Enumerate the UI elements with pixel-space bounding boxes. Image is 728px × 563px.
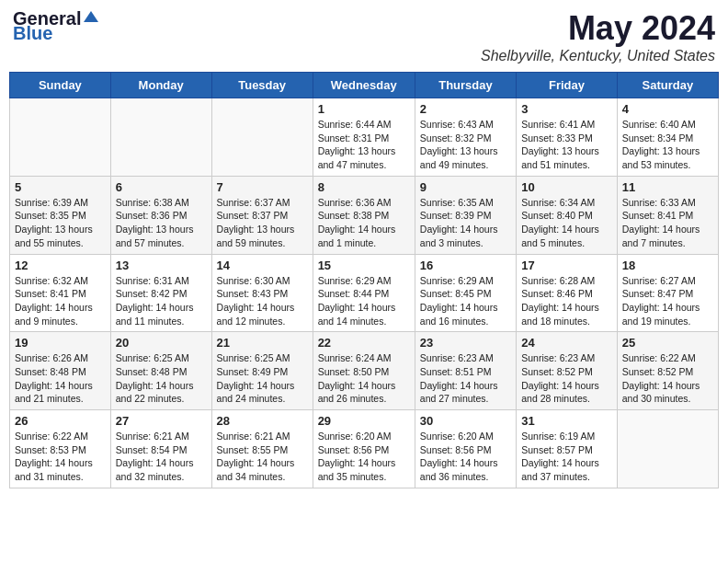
calendar-cell: 5 Sunrise: 6:39 AM Sunset: 8:35 PM Dayli…	[10, 176, 111, 254]
sunrise-text: Sunrise: 6:23 AM	[521, 352, 595, 363]
day-number: 30	[420, 414, 511, 428]
sunrise-text: Sunrise: 6:38 AM	[116, 197, 189, 208]
weekday-header: Friday	[517, 73, 618, 98]
calendar-cell: 21 Sunrise: 6:25 AM Sunset: 8:49 PM Dayl…	[211, 332, 313, 410]
day-number: 2	[420, 102, 511, 116]
daylight-text: Daylight: 13 hours and 59 minutes.	[217, 224, 295, 248]
calendar-cell: 14 Sunrise: 6:30 AM Sunset: 8:43 PM Dayl…	[211, 254, 313, 332]
sunrise-text: Sunrise: 6:22 AM	[15, 431, 88, 442]
calendar-cell: 9 Sunrise: 6:35 AM Sunset: 8:39 PM Dayli…	[415, 176, 516, 254]
day-info: Sunrise: 6:29 AM Sunset: 8:45 PM Dayligh…	[420, 274, 511, 328]
daylight-text: Daylight: 14 hours and 22 minutes.	[116, 380, 194, 405]
calendar-cell: 16 Sunrise: 6:29 AM Sunset: 8:45 PM Dayl…	[415, 254, 516, 332]
day-number: 14	[217, 259, 308, 272]
day-info: Sunrise: 6:34 AM Sunset: 8:40 PM Dayligh…	[521, 196, 612, 250]
sunrise-text: Sunrise: 6:23 AM	[420, 352, 494, 363]
logo: General Blue	[13, 9, 100, 42]
day-info: Sunrise: 6:20 AM Sunset: 8:56 PM Dayligh…	[318, 430, 410, 484]
weekday-header: Thursday	[415, 73, 516, 98]
day-info: Sunrise: 6:36 AM Sunset: 8:38 PM Dayligh…	[318, 196, 410, 250]
calendar-cell: 28 Sunrise: 6:21 AM Sunset: 8:55 PM Dayl…	[211, 410, 313, 488]
day-number: 18	[622, 259, 713, 272]
sunset-text: Sunset: 8:36 PM	[116, 210, 188, 221]
sunrise-text: Sunrise: 6:39 AM	[15, 197, 88, 208]
calendar-cell: 13 Sunrise: 6:31 AM Sunset: 8:42 PM Dayl…	[110, 254, 211, 332]
sunrise-text: Sunrise: 6:43 AM	[420, 119, 494, 130]
svg-marker-0	[84, 11, 98, 22]
day-number: 22	[318, 336, 410, 350]
day-number: 10	[521, 180, 612, 194]
sunrise-text: Sunrise: 6:32 AM	[15, 275, 88, 286]
calendar-cell: 6 Sunrise: 6:38 AM Sunset: 8:36 PM Dayli…	[110, 176, 211, 254]
calendar-cell: 10 Sunrise: 6:34 AM Sunset: 8:40 PM Dayl…	[517, 176, 618, 254]
calendar-week-row: 12 Sunrise: 6:32 AM Sunset: 8:41 PM Dayl…	[10, 254, 719, 332]
sunset-text: Sunset: 8:50 PM	[318, 366, 390, 377]
day-info: Sunrise: 6:38 AM Sunset: 8:36 PM Dayligh…	[116, 196, 207, 250]
daylight-text: Daylight: 14 hours and 5 minutes.	[521, 224, 599, 248]
weekday-header: Tuesday	[211, 73, 313, 98]
day-info: Sunrise: 6:30 AM Sunset: 8:43 PM Dayligh…	[217, 274, 308, 328]
daylight-text: Daylight: 14 hours and 37 minutes.	[521, 457, 599, 482]
day-number: 20	[116, 336, 207, 350]
day-info: Sunrise: 6:39 AM Sunset: 8:35 PM Dayligh…	[15, 196, 106, 250]
calendar-cell: 30 Sunrise: 6:20 AM Sunset: 8:56 PM Dayl…	[415, 410, 516, 488]
calendar-cell: 15 Sunrise: 6:29 AM Sunset: 8:44 PM Dayl…	[313, 254, 415, 332]
sunset-text: Sunset: 8:39 PM	[420, 210, 492, 221]
sunset-text: Sunset: 8:47 PM	[622, 288, 694, 299]
logo-icon	[82, 9, 100, 28]
title-block: May 2024 Shelbyville, Kentucky, United S…	[481, 9, 715, 64]
daylight-text: Daylight: 13 hours and 55 minutes.	[15, 224, 93, 248]
daylight-text: Daylight: 14 hours and 14 minutes.	[318, 302, 396, 327]
day-number: 8	[318, 180, 410, 194]
calendar-cell	[211, 98, 313, 177]
calendar-table: SundayMondayTuesdayWednesdayThursdayFrid…	[9, 72, 719, 488]
day-number: 24	[521, 336, 612, 350]
day-info: Sunrise: 6:43 AM Sunset: 8:32 PM Dayligh…	[420, 118, 511, 172]
daylight-text: Daylight: 14 hours and 11 minutes.	[116, 302, 194, 327]
sunrise-text: Sunrise: 6:27 AM	[622, 275, 696, 286]
calendar-cell: 18 Sunrise: 6:27 AM Sunset: 8:47 PM Dayl…	[617, 254, 718, 332]
sunrise-text: Sunrise: 6:28 AM	[521, 275, 595, 286]
sunset-text: Sunset: 8:54 PM	[116, 444, 188, 455]
calendar-location: Shelbyville, Kentucky, United States	[481, 48, 715, 64]
daylight-text: Daylight: 14 hours and 36 minutes.	[420, 457, 498, 482]
sunset-text: Sunset: 8:33 PM	[521, 132, 593, 144]
logo-blue-text: Blue	[13, 24, 52, 42]
day-number: 23	[420, 336, 511, 350]
daylight-text: Daylight: 14 hours and 31 minutes.	[15, 457, 93, 482]
daylight-text: Daylight: 13 hours and 53 minutes.	[622, 145, 700, 170]
day-info: Sunrise: 6:20 AM Sunset: 8:56 PM Dayligh…	[420, 430, 511, 484]
daylight-text: Daylight: 14 hours and 21 minutes.	[15, 380, 93, 405]
calendar-cell: 2 Sunrise: 6:43 AM Sunset: 8:32 PM Dayli…	[415, 98, 516, 177]
day-number: 9	[420, 180, 511, 194]
calendar-cell: 24 Sunrise: 6:23 AM Sunset: 8:52 PM Dayl…	[517, 332, 618, 410]
day-number: 19	[15, 336, 106, 350]
day-info: Sunrise: 6:40 AM Sunset: 8:34 PM Dayligh…	[622, 118, 713, 172]
day-info: Sunrise: 6:23 AM Sunset: 8:51 PM Dayligh…	[420, 351, 511, 406]
day-number: 11	[622, 180, 713, 194]
sunset-text: Sunset: 8:55 PM	[217, 444, 289, 455]
sunrise-text: Sunrise: 6:35 AM	[420, 197, 494, 208]
day-number: 3	[521, 102, 612, 116]
calendar-cell: 7 Sunrise: 6:37 AM Sunset: 8:37 PM Dayli…	[211, 176, 313, 254]
daylight-text: Daylight: 14 hours and 28 minutes.	[521, 380, 599, 405]
sunrise-text: Sunrise: 6:21 AM	[116, 431, 189, 442]
sunrise-text: Sunrise: 6:33 AM	[622, 197, 696, 208]
sunrise-text: Sunrise: 6:24 AM	[318, 352, 392, 363]
day-info: Sunrise: 6:24 AM Sunset: 8:50 PM Dayligh…	[318, 351, 410, 406]
daylight-text: Daylight: 14 hours and 26 minutes.	[318, 380, 396, 405]
calendar-cell: 20 Sunrise: 6:25 AM Sunset: 8:48 PM Dayl…	[110, 332, 211, 410]
sunrise-text: Sunrise: 6:37 AM	[217, 197, 290, 208]
sunset-text: Sunset: 8:57 PM	[521, 444, 593, 455]
day-number: 12	[15, 259, 106, 272]
sunrise-text: Sunrise: 6:26 AM	[15, 352, 88, 363]
daylight-text: Daylight: 13 hours and 49 minutes.	[420, 145, 498, 170]
weekday-header: Sunday	[10, 73, 111, 98]
daylight-text: Daylight: 14 hours and 24 minutes.	[217, 380, 295, 405]
daylight-text: Daylight: 14 hours and 19 minutes.	[622, 302, 700, 327]
day-number: 21	[217, 336, 308, 350]
day-info: Sunrise: 6:33 AM Sunset: 8:41 PM Dayligh…	[622, 196, 713, 250]
sunset-text: Sunset: 8:34 PM	[622, 132, 694, 144]
calendar-cell	[10, 98, 111, 177]
day-number: 31	[521, 414, 612, 428]
